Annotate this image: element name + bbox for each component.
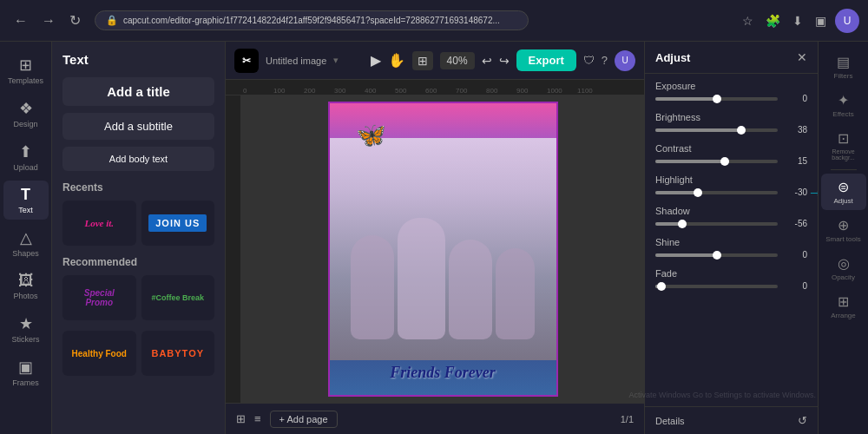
right-sidebar-arrange[interactable]: ⊞ Arrange — [821, 288, 866, 325]
exposure-label: Exposure — [655, 81, 807, 91]
right-sidebar-filters[interactable]: ▤ Filters — [821, 49, 866, 85]
highlight-value: -30 — [783, 187, 807, 197]
highlight-thumb[interactable] — [694, 188, 702, 197]
rec-item-food[interactable]: Healthy Food — [62, 331, 136, 376]
help-icon[interactable]: ? — [602, 54, 608, 67]
sidebar-item-templates[interactable]: ⊞ Templates — [3, 50, 49, 90]
browser-nav[interactable]: ← → ↻ — [9, 9, 86, 32]
sidebar-item-shapes[interactable]: △ Shapes — [3, 223, 49, 263]
contrast-thumb[interactable] — [720, 157, 729, 166]
shield-icon[interactable]: 🛡 — [583, 54, 595, 67]
download-icon[interactable]: ⬇ — [789, 10, 806, 31]
extensions-icon[interactable]: 🧩 — [762, 10, 784, 31]
sidebar-item-text[interactable]: T Text — [3, 181, 49, 220]
photos-icon: 🖼 — [18, 272, 34, 290]
add-body-button[interactable]: Add body text — [62, 147, 214, 171]
zoom-control[interactable]: 40% — [440, 52, 475, 69]
fade-track[interactable] — [655, 285, 778, 288]
filters-icon: ▤ — [837, 54, 850, 70]
export-button[interactable]: Export — [516, 49, 576, 71]
contrast-track[interactable] — [655, 160, 778, 163]
canvas-toolbar: ✂ Untitled image ▾ ▶ ✋ ⊞ 40% ↩ ↪ Export … — [226, 42, 644, 80]
ruler-mark: 1000 — [547, 87, 577, 95]
stickers-label: Stickers — [11, 335, 39, 344]
sidebar-item-frames[interactable]: ▣ Frames — [3, 352, 49, 392]
close-adjust-button[interactable]: ✕ — [797, 50, 807, 64]
back-btn[interactable]: ← — [9, 9, 33, 32]
panel-title: Text — [62, 52, 214, 67]
sidebar-item-photos[interactable]: 🖼 Photos — [3, 266, 49, 306]
brightness-track[interactable] — [655, 128, 778, 132]
refresh-btn[interactable]: ↻ — [64, 9, 86, 32]
page-count: 1/1 — [621, 414, 634, 424]
hand-tool-button[interactable]: ✋ — [388, 52, 405, 69]
effects-icon: ✦ — [838, 92, 849, 108]
redo-button[interactable]: ↪ — [499, 54, 510, 68]
templates-icon: ⊞ — [19, 56, 32, 75]
ruler-mark: 500 — [395, 87, 425, 95]
rec-item-coffee[interactable]: #Coffee Break — [141, 275, 215, 320]
view-mode-button[interactable]: ⊞ — [412, 51, 433, 70]
bottom-bar: ⊞ ≡ + Add page 1/1 — [226, 403, 644, 434]
shine-thumb[interactable] — [713, 251, 721, 260]
sidebar-item-stickers[interactable]: ★ Stickers — [3, 309, 49, 349]
effects-label: Effects — [832, 110, 853, 118]
shadow-track[interactable] — [655, 222, 778, 226]
smart-tools-label: Smart tools — [825, 235, 860, 243]
right-sidebar-smart-tools[interactable]: ⊕ Smart tools — [821, 212, 866, 248]
exposure-fill — [655, 97, 717, 101]
list-view-button[interactable]: ≡ — [254, 412, 261, 425]
play-button[interactable]: ▶ — [371, 52, 381, 69]
design-label: Design — [13, 120, 37, 128]
right-sidebar-remove-bg[interactable]: ⊡ Remove backgr... — [821, 125, 866, 166]
user-avatar-app[interactable]: U — [615, 50, 635, 71]
recent-item-loveit[interactable]: Love it. — [62, 201, 136, 246]
shine-track[interactable] — [655, 253, 778, 257]
fade-row: Fade 0 — [655, 268, 807, 291]
food-text: Healthy Food — [72, 349, 127, 358]
fade-control: 0 — [655, 281, 807, 291]
undo-button[interactable]: ↩ — [482, 54, 492, 68]
rec-item-promo[interactable]: SpecialPromo — [62, 275, 136, 320]
sidebar-item-design[interactable]: ❖ Design — [3, 94, 49, 134]
text-panel: Text Add a title Add a subtitle Add body… — [52, 42, 226, 434]
canvas-body: Page 1 ⊡ ⊞ ⧉ ··· — [226, 95, 644, 403]
recommended-grid: SpecialPromo #Coffee Break Healthy Food … — [62, 275, 214, 376]
refresh-button[interactable]: ↺ — [798, 414, 807, 427]
horizontal-ruler: 0 100 200 300 400 500 600 700 800 900 10… — [226, 80, 644, 95]
canvas-frame[interactable]: 🦋 Friends Forever — [328, 102, 558, 397]
user-avatar[interactable]: U — [835, 9, 859, 33]
right-sidebar-effects[interactable]: ✦ Effects — [821, 87, 866, 123]
recent-item-joinus[interactable]: JOIN US — [141, 201, 215, 246]
recommended-heading: Recommended — [62, 256, 214, 268]
upload-icon: ⬆ — [19, 142, 32, 161]
rec-item-baby[interactable]: BABYTOY — [141, 331, 215, 376]
shine-row: Shine 0 — [655, 237, 807, 260]
fade-thumb[interactable] — [657, 282, 666, 291]
ruler-mark: 800 — [486, 87, 516, 95]
sidebar-item-upload[interactable]: ⬆ Upload — [3, 137, 49, 177]
grid-view-button[interactable]: ⊞ — [236, 412, 246, 425]
right-sidebar-opacity[interactable]: ◎ Opacity — [821, 250, 866, 286]
arrange-label: Arrange — [831, 312, 855, 319]
ruler-mark: 400 — [365, 87, 395, 95]
bookmark-icon[interactable]: ☆ — [739, 10, 757, 31]
icon-sidebar: ⊞ Templates ❖ Design ⬆ Upload T Text △ S… — [0, 42, 52, 434]
frames-label: Frames — [12, 378, 39, 387]
shapes-label: Shapes — [12, 249, 39, 258]
exposure-track[interactable] — [655, 97, 778, 101]
right-sidebar-adjust[interactable]: ⊜ Adjust — [821, 174, 866, 210]
url-bar[interactable]: 🔒 capcut.com/editor-graphic/1f772414822d… — [95, 10, 529, 30]
tab-icon[interactable]: ▣ — [812, 10, 830, 31]
shadow-thumb[interactable] — [678, 220, 687, 228]
ruler-mark: 900 — [516, 87, 547, 95]
highlight-track[interactable] — [655, 191, 778, 194]
canvas-content[interactable]: Page 1 ⊡ ⊞ ⧉ ··· — [241, 95, 644, 403]
app-title-arrow[interactable]: ▾ — [333, 55, 339, 66]
add-title-button[interactable]: Add a title — [62, 77, 214, 106]
brightness-thumb[interactable] — [737, 126, 746, 135]
exposure-thumb[interactable] — [713, 95, 721, 103]
forward-btn[interactable]: → — [36, 9, 61, 32]
add-page-button[interactable]: + Add page — [270, 411, 338, 428]
add-subtitle-button[interactable]: Add a subtitle — [62, 113, 214, 140]
